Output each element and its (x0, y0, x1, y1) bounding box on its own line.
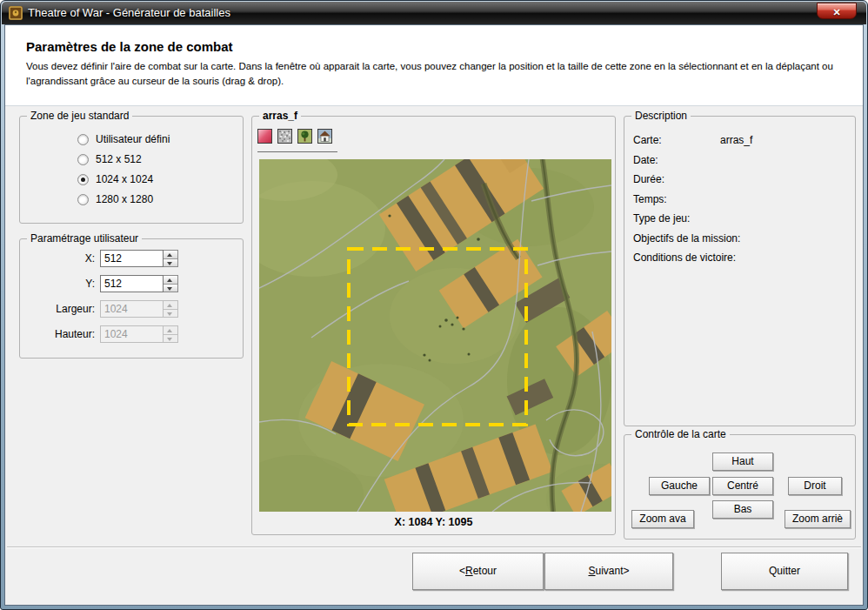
x-input[interactable] (100, 250, 164, 267)
standard-zone-group: Zone de jeu standard Utilisateur défini … (19, 116, 244, 224)
x-stepper[interactable] (164, 250, 178, 267)
description-group: Description Carte: arras_f Date: Durée: … (624, 116, 856, 426)
radio-list: Utilisateur défini 512 x 512 1024 x 1024… (20, 117, 243, 206)
radio-label: 512 x 512 (96, 153, 142, 165)
radio-icon[interactable] (77, 194, 89, 205)
overlay-red-icon[interactable] (257, 129, 272, 144)
height-label: Hauteur: (20, 328, 100, 340)
quit-button[interactable]: Quitter (721, 553, 848, 590)
map-controls-legend: Contrôle de la carte (631, 428, 730, 441)
zoom-back-button[interactable]: Zoom arriè (785, 510, 851, 528)
radio-label: 1024 x 1024 (96, 173, 153, 185)
app-window: Theatre of War - Générateur de batailles… (0, 0, 868, 610)
app-icon (9, 6, 23, 20)
back-button[interactable]: <Retour (412, 553, 544, 590)
house-icon[interactable] (317, 129, 332, 144)
close-icon: ✕ (832, 7, 840, 17)
desc-row-temps: Temps: (633, 193, 855, 205)
param-row-x: X: (20, 250, 243, 267)
close-button[interactable]: ✕ (817, 3, 857, 19)
desc-label: Durée: (633, 173, 664, 185)
radio-icon-selected[interactable] (77, 174, 89, 185)
dialog-content: Paramètres de la zone de combat Vous dev… (4, 24, 864, 606)
desc-row-duree: Durée: (633, 173, 855, 185)
desc-value: arras_f (720, 134, 752, 146)
y-label: Y: (20, 278, 100, 290)
toolbar-divider (257, 151, 337, 152)
footer-divider (7, 546, 861, 547)
map-controls-group: Contrôle de la carte Haut Gauche Centré … (624, 434, 856, 540)
spin-up-icon (164, 301, 177, 310)
map-toolbar (257, 129, 332, 144)
map-group: arras_f (251, 116, 616, 535)
zoom-forward-button[interactable]: Zoom ava (631, 510, 694, 528)
texture-gray-icon[interactable] (277, 129, 292, 144)
pan-down-button[interactable]: Bas (712, 500, 773, 519)
desc-row-date: Date: (633, 154, 855, 166)
desc-row-carte: Carte: arras_f (633, 134, 855, 146)
map-image[interactable] (259, 159, 611, 512)
desc-label: Objectifs de la mission: (633, 232, 740, 245)
description-rows: Carte: arras_f Date: Durée: Temps: Type … (624, 117, 855, 264)
pan-right-button[interactable]: Droit (788, 477, 842, 495)
desc-row-conditions: Conditions de victoire: (633, 251, 855, 264)
desc-label: Conditions de victoire: (633, 251, 736, 264)
width-input (100, 300, 164, 318)
radio-option-1024[interactable]: 1024 x 1024 (77, 172, 243, 186)
height-input (100, 325, 164, 343)
radio-option-512[interactable]: 512 x 512 (77, 152, 243, 166)
param-row-width: Largeur: (20, 300, 243, 318)
desc-label: Type de jeu: (633, 212, 690, 225)
map-canvas[interactable] (259, 159, 611, 512)
spin-down-icon[interactable] (164, 259, 177, 267)
window-title: Theatre of War - Générateur de batailles (28, 6, 230, 19)
spin-up-icon[interactable] (164, 251, 177, 259)
desc-label: Date: (633, 154, 658, 166)
spin-up-icon (164, 326, 177, 335)
param-row-y: Y: (20, 275, 243, 292)
param-list: X: Y: Largeur: Hauteur: (20, 239, 243, 343)
desc-label: Temps: (633, 193, 667, 205)
description-legend: Description (631, 110, 691, 123)
user-params-group: Paramétrage utilisateur X: Y: Largeur: (19, 238, 244, 359)
next-button[interactable]: Suivant> (544, 553, 673, 590)
radio-option-1280[interactable]: 1280 x 1280 (77, 192, 243, 206)
back-label: <Retour (459, 565, 497, 577)
desc-label: Carte: (633, 134, 662, 146)
desc-row-objectifs: Objectifs de la mission: (633, 232, 855, 245)
spin-down-icon (164, 310, 177, 318)
y-input[interactable] (100, 275, 164, 292)
next-label: Suivant> (588, 565, 629, 577)
spin-up-icon[interactable] (164, 276, 177, 285)
desc-row-type-de-jeu: Type de jeu: (633, 212, 855, 225)
titlebar[interactable]: Theatre of War - Générateur de batailles… (2, 2, 866, 24)
spin-down-icon[interactable] (164, 285, 177, 292)
y-stepper[interactable] (164, 275, 178, 292)
radio-label: 1280 x 1280 (96, 193, 153, 205)
standard-zone-legend: Zone de jeu standard (27, 110, 132, 123)
pan-up-button[interactable]: Haut (712, 452, 773, 471)
page-title: Paramètres de la zone de combat (26, 39, 233, 54)
width-label: Largeur: (20, 303, 100, 315)
radio-option-user-defined[interactable]: Utilisateur défini (77, 132, 243, 146)
page-description: Vous devez définir l'aire de combat sur … (26, 59, 847, 90)
header-band: Paramètres de la zone de combat Vous dev… (5, 25, 863, 106)
radio-icon[interactable] (77, 154, 89, 165)
tree-icon[interactable] (297, 129, 312, 144)
map-name-legend: arras_f (259, 110, 301, 123)
center-button[interactable]: Centré (712, 477, 773, 495)
height-stepper (164, 325, 178, 343)
radio-label: Utilisateur défini (96, 133, 170, 145)
pan-left-button[interactable]: Gauche (649, 477, 710, 495)
width-stepper (164, 300, 178, 318)
param-row-height: Hauteur: (20, 325, 243, 343)
radio-icon[interactable] (77, 134, 89, 145)
user-params-legend: Paramétrage utilisateur (27, 232, 142, 245)
x-label: X: (20, 252, 100, 265)
map-cursor-coords: X: 1084 Y: 1095 (252, 516, 615, 528)
spin-down-icon (164, 335, 177, 343)
